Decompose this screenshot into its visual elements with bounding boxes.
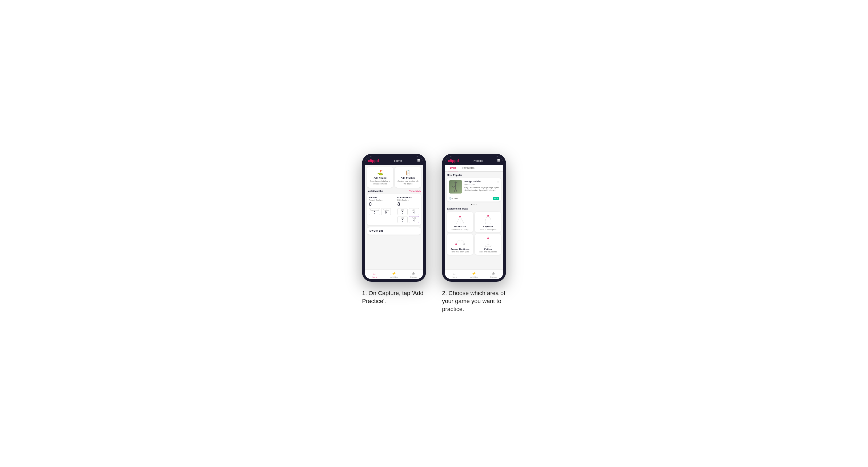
view-activity-link[interactable]: View Activity: [409, 190, 421, 192]
rounds-capture-value: 0: [369, 201, 391, 207]
featured-yds: 50–100 yds: [464, 183, 499, 186]
practice-stat: Practice 0: [381, 208, 391, 215]
drills-mini-grid: OTT 0 APP 4 ARG 0: [398, 208, 419, 223]
clock-icon: 🕐: [449, 197, 452, 200]
shots-label: 🕐 9 shots: [449, 197, 458, 200]
svg-line-3: [454, 188, 456, 192]
phone1-logo: clippd: [368, 159, 379, 163]
svg-line-4: [456, 188, 457, 192]
putting-svg: [482, 236, 495, 247]
nav-home[interactable]: ⌂ Home: [365, 271, 384, 278]
svg-line-9: [460, 216, 464, 224]
practice-content: Most Popular: [445, 172, 503, 270]
featured-card[interactable]: Wedge Ladder ☆ 50–100 yds Play 1 shot at…: [447, 178, 501, 201]
putt-value: 4: [410, 219, 418, 222]
star-icon[interactable]: ☆: [497, 180, 499, 183]
featured-footer: 🕐 9 shots APP: [447, 196, 501, 201]
stats-divider: [394, 196, 394, 223]
skill-atg[interactable]: Around The Green Hone your short game: [447, 234, 473, 255]
app-value: 4: [410, 211, 418, 214]
phone1-section: clippd Home ☰ ⛳ Add Round Record your sh…: [362, 154, 426, 305]
phone1-header: clippd Home ☰: [365, 156, 423, 165]
rounds-title: Rounds: [369, 196, 391, 198]
skill-off-the-tee[interactable]: Off The Tee Power and accuracy: [447, 212, 473, 232]
add-practice-title: Add Practice: [401, 177, 415, 179]
tab-drills[interactable]: Drills: [448, 165, 458, 172]
ott-stat: OTT 0: [398, 208, 408, 215]
arg-stat: ARG 0: [398, 216, 408, 223]
nav2-activities[interactable]: ⚡ Activities: [464, 271, 484, 278]
add-round-card[interactable]: ⛳ Add Round Record your shots fast or en…: [367, 167, 393, 187]
activities-nav-label: Activities: [390, 276, 398, 278]
featured-thumbnail: [449, 180, 462, 193]
drills-title: Practice Drills: [398, 196, 419, 198]
last-months-row: Last 3 Months View Activity: [367, 190, 421, 192]
phone1-menu-icon[interactable]: ☰: [417, 159, 420, 163]
ott-icon-area: [454, 214, 467, 224]
skill-putting[interactable]: Putting Make and lag practice: [475, 234, 501, 255]
drills-capture-label: Drills Capture: [398, 199, 419, 201]
add-practice-icon: 📋: [405, 170, 411, 176]
featured-info: Wedge Ladder ☆ 50–100 yds Play 1 shot at…: [464, 180, 499, 193]
putting-icon-area: [482, 236, 495, 247]
nav-capture[interactable]: ⊕ Capture: [404, 271, 423, 278]
drills-col: Practice Drills Drills Capture 8 OTT 0: [398, 196, 419, 223]
phone2-frame: clippd Practice ☰ Drills Favourites Most…: [442, 154, 506, 282]
featured-card-inner: Wedge Ladder ☆ 50–100 yds Play 1 shot at…: [447, 178, 501, 196]
activities2-nav-label: Activities: [470, 276, 478, 278]
add-round-title: Add Round: [373, 177, 386, 179]
stats-row: Rounds Rounds Capture 0 Tournament 0: [369, 196, 419, 223]
atg-desc: Hone your short game: [451, 251, 469, 253]
golfer-svg: [450, 181, 461, 193]
svg-point-12: [463, 243, 465, 245]
ott-title: Off The Tee: [454, 225, 466, 228]
capture2-nav-label: Capture: [490, 276, 497, 278]
thumbnail-figure: [449, 180, 462, 193]
svg-line-7: [456, 216, 460, 224]
phone1-frame: clippd Home ☰ ⛳ Add Round Record your sh…: [362, 154, 426, 282]
phone2-logo: clippd: [448, 159, 459, 163]
approach-desc: Dial-in to hit the green: [479, 228, 497, 230]
home2-nav-icon: ⌂: [453, 271, 455, 276]
skill-grid: Off The Tee Power and accuracy: [447, 212, 501, 255]
featured-title: Wedge Ladder: [464, 180, 481, 183]
featured-desc: Play 1 shot at each target yardage. If y…: [464, 186, 499, 192]
activities-nav-icon: ⚡: [392, 271, 396, 276]
ott-desc: Power and accuracy: [452, 228, 468, 230]
phone2-menu-icon[interactable]: ☰: [497, 159, 500, 163]
explore-label: Explore skill areas: [447, 207, 501, 210]
golf-bag-row[interactable]: My Golf Bag ›: [367, 227, 421, 235]
phone1-content: ⛳ Add Round Record your shots fast or en…: [365, 165, 423, 270]
practice-tabs: Drills Favourites: [445, 165, 503, 172]
page-wrapper: clippd Home ☰ ⛳ Add Round Record your sh…: [287, 154, 581, 313]
golf-bag-label: My Golf Bag: [370, 229, 383, 232]
capture-nav-label: Capture: [410, 276, 417, 278]
nav2-capture[interactable]: ⊕ Capture: [484, 271, 503, 278]
tab-favourites[interactable]: Favourites: [460, 165, 477, 172]
caption2: 2. Choose which area of your game you wa…: [442, 289, 506, 313]
skill-approach[interactable]: Approach Dial-in to hit the green: [475, 212, 501, 232]
capture2-nav-icon: ⊕: [492, 271, 495, 276]
add-practice-card[interactable]: 📋 Add Practice Capture your practice off…: [395, 167, 421, 187]
putt-stat: PUTT 4: [409, 216, 419, 223]
atg-title: Around The Green: [451, 248, 469, 250]
add-round-icon: ⛳: [377, 170, 383, 176]
home2-nav-label: Home: [452, 276, 457, 278]
practice-value: 0: [382, 211, 390, 214]
phone2-header-title: Practice: [473, 159, 483, 162]
caption1: 1. On Capture, tap 'Add Practice'.: [362, 289, 426, 305]
stats-card: Rounds Rounds Capture 0 Tournament 0: [367, 194, 421, 225]
tournament-label: Tournament: [370, 209, 379, 211]
add-round-desc: Record your shots fast or enhanced mode: [369, 180, 391, 185]
app-stat: APP 4: [409, 208, 419, 215]
practice-label: Practice: [382, 209, 390, 211]
phone2-screen: clippd Practice ☰ Drills Favourites Most…: [445, 156, 503, 279]
nav2-home[interactable]: ⌂ Home: [445, 271, 464, 278]
activities2-nav-icon: ⚡: [472, 271, 476, 276]
phone2-header: clippd Practice ☰: [445, 156, 503, 165]
dot-1: [471, 204, 472, 205]
dot-2: [473, 204, 475, 205]
phone1-screen: clippd Home ☰ ⛳ Add Round Record your sh…: [365, 156, 423, 279]
nav-activities[interactable]: ⚡ Activities: [384, 271, 404, 278]
app-badge: APP: [493, 197, 499, 200]
